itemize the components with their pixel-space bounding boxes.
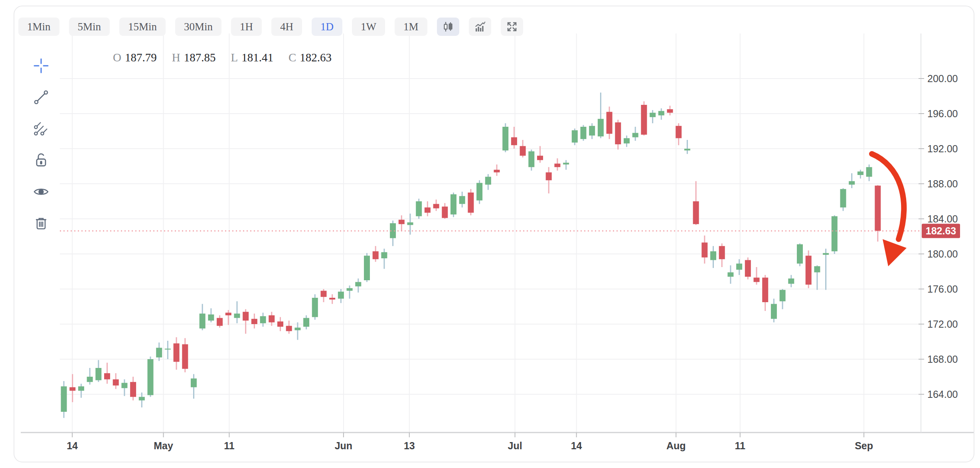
unlock-tool-button[interactable] — [31, 151, 51, 169]
candle-down — [321, 291, 327, 297]
candle-up — [139, 397, 145, 401]
ohlc-item-c: C182.63 — [288, 51, 332, 64]
candle-down — [754, 277, 760, 282]
candle-down — [520, 146, 526, 155]
timeframe-button-1h[interactable]: 1H — [231, 18, 262, 36]
candle-up — [165, 349, 171, 350]
candle-up — [407, 222, 413, 225]
candle-up — [61, 386, 67, 412]
timeframe-button-1min[interactable]: 1Min — [18, 18, 59, 36]
candle-down — [217, 318, 223, 326]
y-axis-label: 176.00 — [927, 283, 958, 295]
multi-line-icon — [33, 120, 49, 137]
candle-up — [355, 282, 361, 286]
crosshair-tool-button[interactable] — [31, 57, 51, 75]
candle-up — [849, 181, 855, 185]
candle-down — [69, 387, 75, 391]
ohlc-value: 181.41 — [241, 51, 273, 64]
candle-up — [78, 386, 84, 391]
candle-down — [399, 220, 405, 224]
candle-down — [286, 326, 292, 331]
candle-up — [581, 127, 587, 139]
y-axis-label: 200.00 — [927, 73, 958, 84]
trash-icon — [33, 215, 49, 232]
y-axis-label: 168.00 — [927, 354, 958, 365]
timeframe-button-5min[interactable]: 5Min — [69, 18, 110, 36]
timeframe-button-1w[interactable]: 1W — [352, 18, 385, 36]
eye-icon — [33, 183, 49, 200]
last-price-badge-label: 182.63 — [926, 225, 956, 236]
candle-down — [373, 251, 379, 259]
timeframe-button-1m[interactable]: 1M — [395, 18, 427, 36]
candle-up — [502, 127, 508, 150]
candle-up — [338, 292, 344, 299]
candle-up — [780, 290, 786, 301]
timeframe-button-1d[interactable]: 1D — [312, 18, 342, 36]
candle-down — [277, 321, 283, 326]
y-axis-label: 184.00 — [927, 213, 958, 224]
x-axis-label: 14 — [571, 440, 582, 451]
ohlc-label: H — [172, 51, 180, 64]
candle-up — [658, 111, 664, 115]
multi-line-tool-button[interactable] — [31, 120, 51, 138]
candle-down — [693, 201, 699, 224]
indicator-chart-icon-button[interactable] — [469, 18, 491, 36]
indicator-chart-icon — [474, 21, 486, 33]
candle-down — [269, 315, 275, 322]
candle-down — [113, 380, 119, 385]
candle-down — [442, 206, 448, 218]
candle-up — [736, 263, 742, 269]
trash-tool-button[interactable] — [31, 214, 51, 232]
timeframe-button-15min[interactable]: 15Min — [119, 18, 166, 36]
x-axis-label: Aug — [666, 440, 686, 451]
candle-up — [148, 359, 154, 395]
candle-up — [416, 201, 422, 216]
candle-up — [459, 196, 465, 204]
eye-tool-button[interactable] — [31, 183, 51, 201]
ohlc-item-h: H187.85 — [172, 51, 216, 64]
fullscreen-icon-button[interactable] — [501, 18, 523, 36]
trend-line-tool-button[interactable] — [31, 88, 51, 106]
x-axis-label: May — [154, 440, 173, 451]
ohlc-legend: O187.79H187.85L181.41C182.63 — [113, 51, 332, 64]
candle-up — [476, 183, 482, 201]
candle-up — [624, 138, 630, 144]
candle-down — [174, 343, 180, 362]
candle-down — [468, 193, 474, 213]
ohlc-label: O — [113, 51, 121, 64]
x-axis-label: 11 — [224, 440, 235, 451]
arrow-head — [883, 239, 907, 266]
candle-down — [537, 156, 543, 160]
candle-down — [554, 163, 560, 167]
candle-up — [814, 266, 820, 272]
timeframe-button-4h[interactable]: 4H — [271, 18, 302, 36]
candle-up — [589, 126, 595, 136]
y-axis-label: 164.00 — [927, 389, 958, 400]
candle-down — [875, 186, 881, 231]
candle-up — [347, 288, 353, 291]
candle-down — [425, 207, 431, 212]
y-axis-label: 180.00 — [927, 248, 958, 260]
candle-up — [191, 378, 197, 387]
y-axis-label: 188.00 — [927, 178, 958, 189]
candle-up — [450, 194, 456, 214]
x-axis-label: Jul — [508, 440, 522, 451]
x-axis-label: 14 — [67, 440, 78, 451]
crosshair-icon — [33, 57, 49, 74]
candle-down — [719, 246, 725, 259]
candle-up — [866, 167, 872, 177]
x-axis-label: Sep — [855, 440, 873, 451]
candle-up — [121, 383, 127, 388]
timeframe-button-30min[interactable]: 30Min — [175, 18, 221, 36]
candle-up — [95, 368, 101, 380]
candle-down — [494, 170, 500, 173]
candle-up — [485, 177, 491, 185]
candle-down — [243, 312, 249, 321]
candlestick-chart[interactable]: 200.00196.00192.00188.00184.00180.00176.… — [0, 0, 980, 468]
candle-up — [797, 244, 803, 263]
candle-down — [676, 126, 682, 138]
ohlc-label: C — [288, 51, 296, 64]
candlestick-style-icon-button[interactable] — [437, 18, 459, 36]
y-axis-label: 172.00 — [927, 319, 958, 330]
timeframe-toolbar: 1Min5Min15Min30Min1H4H1D1W1M — [18, 18, 523, 36]
